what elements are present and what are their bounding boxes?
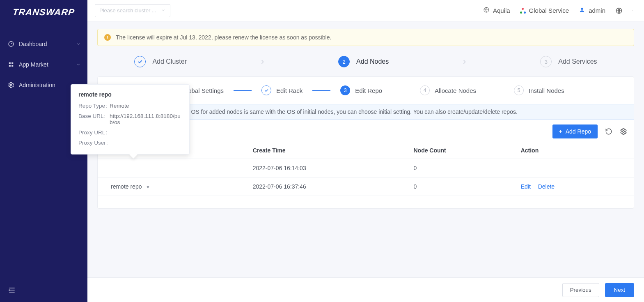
wizard-step-addcluster[interactable]: Add Cluster xyxy=(134,56,187,67)
user-icon xyxy=(579,7,585,14)
tooltip-repo-type-label: Repo Type xyxy=(78,103,110,109)
edit-link[interactable]: Edit xyxy=(521,183,531,190)
wizard-step-label: Add Cluster xyxy=(152,58,187,65)
repo-create-time: 2022-07-06 16:14:03 xyxy=(248,159,409,178)
more-menu-button[interactable] xyxy=(633,7,634,14)
refresh-button[interactable] xyxy=(605,128,612,135)
menu-label: Dashboard xyxy=(19,41,47,47)
chevron-right-icon: › xyxy=(261,56,264,67)
step-number: 2 xyxy=(338,56,350,67)
svg-rect-0 xyxy=(9,62,11,64)
user-menu[interactable]: admin xyxy=(579,7,605,14)
add-repo-button[interactable]: + Add Repo xyxy=(552,124,598,138)
chevron-down-icon xyxy=(76,41,81,46)
check-icon xyxy=(134,56,146,67)
repo-name[interactable]: remote repo xyxy=(111,183,142,190)
tooltip-base-url-label: Base URL xyxy=(78,113,110,125)
wizard-step-label: Add Nodes xyxy=(356,58,389,65)
sidebar-item-appmarket[interactable]: App Market xyxy=(0,54,87,75)
repo-node-count: 0 xyxy=(408,159,516,178)
cluster-search-select[interactable]: Please search cluster ... xyxy=(95,4,170,17)
speedometer-icon xyxy=(7,40,15,48)
step-number: 3 xyxy=(540,56,552,67)
substep-label: Edit Repo xyxy=(355,87,382,94)
language-button[interactable] xyxy=(615,7,623,14)
repo-actions: Edit Delete xyxy=(516,178,634,196)
step-number: 3 xyxy=(340,85,350,95)
global-service-link[interactable]: Global Service xyxy=(520,7,569,14)
repo-tooltip: remote repo Repo Type Remote Base URL ht… xyxy=(71,84,190,154)
wizard-footer: Previous Next xyxy=(87,277,644,302)
col-create-time: Create Time xyxy=(248,142,409,159)
wizard-step-addnodes[interactable]: 2 Add Nodes xyxy=(338,56,389,67)
topbar-right: Aquila Global Service admin xyxy=(483,7,634,14)
menu-label: App Market xyxy=(19,61,48,68)
svg-rect-2 xyxy=(9,65,11,67)
tooltip-proxy-user-label: Proxy User xyxy=(78,140,110,146)
wizard-steps: Add Cluster › 2 Add Nodes › 3 Add Servic… xyxy=(97,48,634,76)
plus-icon: + xyxy=(559,128,562,135)
svg-point-10 xyxy=(633,11,633,11)
table-row: remote repo ▼ 2022-07-06 16:37:46 0 Edit… xyxy=(98,178,634,196)
dots-icon xyxy=(520,8,526,14)
main: ! The license will expire at Jul 13, 202… xyxy=(87,21,644,302)
warning-icon: ! xyxy=(104,34,111,41)
substep-install[interactable]: 5 Install Nodes xyxy=(514,85,564,95)
add-repo-label: Add Repo xyxy=(566,128,591,135)
aquila-link[interactable]: Aquila xyxy=(483,7,510,14)
topbar: Please search cluster ... Aquila Global … xyxy=(87,0,644,21)
tooltip-base-url-value: http://192.168.111.8:8180/pub/os xyxy=(110,113,182,125)
svg-rect-1 xyxy=(11,62,13,64)
warning-text: The license will expire at Jul 13, 2022,… xyxy=(116,34,331,41)
col-action: Action xyxy=(516,142,634,159)
previous-button[interactable]: Previous xyxy=(562,283,599,297)
sidebar-item-dashboard[interactable]: Dashboard xyxy=(0,34,87,54)
aquila-label: Aquila xyxy=(493,7,510,14)
tooltip-proxy-url-label: Proxy URL xyxy=(78,129,110,136)
substep-allocate[interactable]: 4 Allocate Nodes xyxy=(420,85,476,95)
check-icon xyxy=(261,85,271,95)
svg-point-8 xyxy=(633,10,633,10)
col-node-count: Node Count xyxy=(408,142,516,159)
search-placeholder: Please search cluster ... xyxy=(99,7,156,14)
settings-button[interactable] xyxy=(620,128,627,135)
delete-link[interactable]: Delete xyxy=(538,183,555,190)
substep-label: Install Nodes xyxy=(529,87,564,94)
step-connector xyxy=(312,90,330,91)
svg-rect-3 xyxy=(11,65,13,67)
svg-point-6 xyxy=(581,8,583,10)
repo-create-time: 2022-07-06 16:37:46 xyxy=(248,178,409,196)
caret-down-icon[interactable]: ▼ xyxy=(146,185,150,189)
wizard-step-label: Add Services xyxy=(558,58,597,65)
svg-point-9 xyxy=(633,10,633,11)
table-row: 2022-07-06 16:14:03 0 xyxy=(98,159,634,178)
globe-icon xyxy=(483,7,490,14)
step-number: 5 xyxy=(514,85,524,95)
wizard-step-addservices[interactable]: 3 Add Services xyxy=(540,56,597,67)
collapse-sidebar-button[interactable] xyxy=(7,286,16,295)
chevron-down-icon xyxy=(161,7,166,14)
global-service-label: Global Service xyxy=(529,7,569,14)
chevron-down-icon xyxy=(76,62,81,67)
license-warning-banner: ! The license will expire at Jul 13, 202… xyxy=(97,29,634,46)
substep-repo[interactable]: 3 Edit Repo xyxy=(340,85,382,95)
substep-label: Allocate Nodes xyxy=(435,87,476,94)
brand-logo: TRANSWARP xyxy=(0,0,87,25)
gear-icon xyxy=(7,81,15,89)
repo-actions xyxy=(516,159,634,178)
step-number: 4 xyxy=(420,85,430,95)
chevron-right-icon: › xyxy=(463,56,466,67)
step-connector xyxy=(234,90,252,91)
svg-point-11 xyxy=(623,131,625,133)
substep-rack[interactable]: Edit Rack xyxy=(261,85,303,95)
menu-label: Administration xyxy=(19,82,55,88)
tooltip-repo-type-value: Remote xyxy=(110,103,129,109)
tooltip-title: remote repo xyxy=(78,91,182,98)
user-label: admin xyxy=(589,7,605,14)
repo-node-count: 0 xyxy=(408,178,516,196)
grid-icon xyxy=(7,61,15,68)
svg-point-4 xyxy=(10,84,12,86)
substep-label: Edit Rack xyxy=(276,87,303,94)
next-button[interactable]: Next xyxy=(605,283,634,297)
